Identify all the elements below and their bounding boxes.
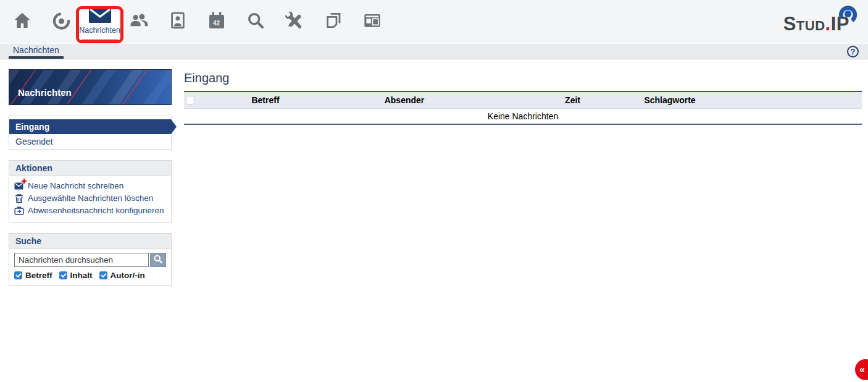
toolbar-item-files[interactable]	[314, 0, 353, 43]
toolbar-active-label: Nachrichten	[79, 26, 120, 35]
profile-icon	[169, 11, 187, 30]
filter-autor[interactable]: Autor/-in	[99, 271, 145, 280]
search-submit-button[interactable]	[150, 253, 166, 267]
message-search-input[interactable]	[14, 253, 149, 267]
community-icon	[128, 11, 149, 30]
main-content: Eingang Betreff Absender Zeit Schlagwort…	[184, 59, 862, 125]
home-icon	[12, 11, 32, 30]
action-vacation-message[interactable]: Abwesenheitsnachricht konfigurieren	[14, 205, 166, 217]
trash-icon	[14, 193, 24, 203]
inhalt-checkbox[interactable]	[59, 271, 67, 279]
sidebar-nav: Eingang Gesendet	[9, 116, 172, 150]
actions-box: Aktionen Neue Nachricht schreiben	[9, 160, 172, 223]
column-header-betreff: Betreff	[204, 91, 327, 108]
sidebar-banner: Nachrichten	[9, 69, 172, 105]
empty-state-message: Keine Nachrichten	[184, 108, 862, 124]
toolbar-item-community[interactable]	[119, 0, 158, 43]
studip-page: Nachrichten	[0, 0, 868, 382]
toolbar-item-courses[interactable]	[41, 0, 80, 43]
collapse-panel-button[interactable]: «	[855, 359, 868, 380]
sidebar-item-eingang[interactable]: Eingang	[9, 119, 171, 134]
toolbar-item-messages[interactable]: Nachrichten	[80, 0, 119, 43]
courses-swoosh-icon	[51, 11, 71, 30]
filter-betreff[interactable]: Betreff	[14, 271, 52, 280]
empty-state-row: Keine Nachrichten	[184, 108, 862, 124]
help-icon[interactable]: ?	[847, 46, 859, 57]
column-header-absender: Absender	[327, 91, 482, 108]
studip-logo[interactable]: Stud.IP	[778, 5, 858, 36]
tools-icon	[284, 11, 305, 30]
logo-swoosh-icon	[836, 2, 861, 29]
planner-calendar-icon: 42	[209, 11, 225, 32]
page-title: Eingang	[184, 71, 862, 85]
toolbar-item-planner[interactable]: 42	[197, 0, 236, 43]
messages-table: Betreff Absender Zeit Schlagworte Keine …	[184, 91, 862, 125]
sidebar-banner-title: Nachrichten	[18, 87, 72, 98]
tab-bar: Nachrichten ?	[0, 43, 868, 59]
double-chevron-left-icon: «	[859, 364, 865, 375]
toolbar-item-home[interactable]	[2, 0, 41, 43]
vacation-icon	[14, 206, 24, 216]
compose-mail-icon	[14, 181, 24, 191]
bulletin-board-icon	[362, 11, 382, 30]
action-new-message[interactable]: Neue Nachricht schreiben	[14, 180, 166, 192]
plus-icon	[22, 179, 27, 184]
column-header-schlagworte: Schlagworte	[580, 91, 759, 108]
toolbar-item-tools[interactable]	[275, 0, 314, 43]
sidebar: Nachrichten Eingang Gesendet Aktionen Ne…	[9, 69, 172, 296]
select-all-checkbox[interactable]	[186, 96, 194, 104]
autor-checkbox[interactable]	[99, 271, 107, 279]
table-header-row: Betreff Absender Zeit Schlagworte	[184, 91, 862, 108]
column-header-zeit: Zeit	[482, 91, 580, 108]
logo-red-dot: .	[825, 13, 831, 35]
planner-week-badge: 42	[209, 20, 225, 27]
sidebar-item-gesendet[interactable]: Gesendet	[9, 134, 171, 149]
search-icon	[246, 11, 265, 30]
top-toolbar: Nachrichten	[0, 0, 868, 43]
actions-header: Aktionen	[9, 161, 171, 176]
tab-nachrichten[interactable]: Nachrichten	[9, 44, 64, 59]
filter-inhalt[interactable]: Inhalt	[59, 271, 93, 280]
betreff-checkbox[interactable]	[14, 271, 22, 279]
search-header: Suche	[9, 234, 171, 249]
toolbar-item-profile[interactable]	[158, 0, 197, 43]
action-delete-selected[interactable]: Ausgewählte Nachrichten löschen	[14, 192, 166, 205]
search-magnifier-icon	[153, 254, 163, 266]
toolbar-item-search[interactable]	[236, 0, 275, 43]
files-pages-icon	[324, 11, 343, 30]
search-box: Suche B	[9, 233, 172, 286]
mail-icon	[88, 7, 112, 24]
toolbar-item-bulletin-board[interactable]	[353, 0, 391, 43]
